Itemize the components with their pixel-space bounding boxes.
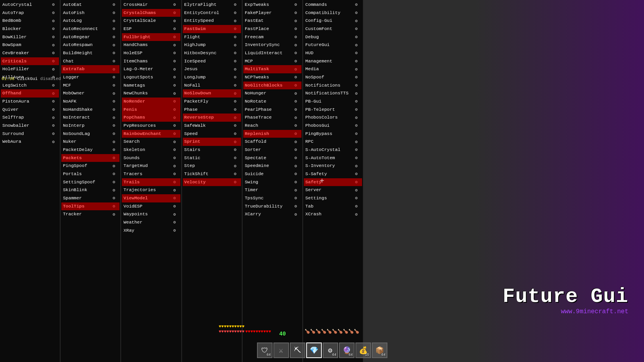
gear-icon[interactable]: ⚙ — [112, 99, 118, 104]
menu-item-management[interactable]: Management⚙ — [304, 57, 362, 66]
gear-icon[interactable]: ⚙ — [355, 139, 360, 145]
menu-item-autoreconnect[interactable]: AutoReconnect⚙ — [61, 25, 120, 33]
gear-icon[interactable]: ⚙ — [294, 155, 300, 161]
gear-icon[interactable]: ⚙ — [112, 171, 118, 177]
menu-item-flight[interactable]: Flight⚙ — [183, 33, 241, 41]
menu-item-bedbomb[interactable]: BedBomb⚙ — [1, 17, 59, 25]
gear-icon[interactable]: ⚙ — [173, 43, 179, 48]
gear-icon[interactable]: ⚙ — [355, 50, 360, 56]
gear-icon[interactable]: ⚙ — [355, 59, 360, 64]
menu-item-blocker[interactable]: Blocker⚙ — [1, 25, 59, 33]
gear-icon[interactable]: ⚙ — [294, 107, 300, 112]
menu-item-pingspoof[interactable]: PingSpoof⚙ — [61, 162, 120, 170]
gear-icon[interactable]: ⚙ — [234, 67, 239, 72]
gear-icon[interactable]: ⚙ — [52, 83, 57, 88]
gear-icon[interactable]: ⚙ — [355, 67, 360, 72]
menu-item-hud[interactable]: HUD⚙ — [304, 49, 362, 57]
gear-icon[interactable]: ⚙ — [173, 147, 179, 153]
gear-icon[interactable]: ⚙ — [173, 188, 179, 193]
menu-item-static[interactable]: Static⚙ — [183, 154, 241, 162]
menu-item-crystalchams[interactable]: CrystalChams⚙ — [122, 9, 180, 17]
gear-icon[interactable]: ⚙ — [173, 18, 179, 24]
menu-item-penis[interactable]: Penis⚙ — [122, 106, 180, 114]
menu-item-highjump[interactable]: HighJump⚙ — [183, 41, 241, 49]
menu-item-popchams[interactable]: PopChams⚙ — [122, 114, 180, 122]
menu-item-packetdelay[interactable]: PacketDelay⚙ — [61, 146, 120, 154]
menu-item-exptweaks[interactable]: ExpTweaks⚙ — [243, 1, 301, 9]
gear-icon[interactable]: ⚙ — [294, 50, 300, 56]
hotbar-slot-1[interactable]: 🛡 64 — [257, 342, 273, 358]
gear-icon[interactable]: ⚙ — [234, 131, 239, 137]
hotbar-slot-8[interactable]: 📦 64 — [372, 342, 387, 358]
menu-item-fastswim[interactable]: FastSwim⚙ — [183, 25, 241, 33]
gear-icon[interactable]: ⚙ — [355, 123, 360, 128]
gear-icon[interactable]: ⚙ — [112, 212, 118, 217]
menu-item-packets[interactable]: Packets⚙ — [61, 154, 120, 162]
gear-icon[interactable]: ⚙ — [112, 188, 118, 193]
menu-item-weather[interactable]: Weather⚙ — [122, 218, 180, 227]
menu-item-noslowdown[interactable]: NoSlowDown⚙ — [183, 89, 241, 98]
menu-item-bowkiller[interactable]: BowKiller⚙ — [1, 33, 59, 41]
gear-icon[interactable]: ⚙ — [173, 195, 179, 201]
gear-icon[interactable]: ⚙ — [294, 91, 300, 96]
gear-icon[interactable]: ⚙ — [234, 43, 239, 48]
gear-icon[interactable]: ⚙ — [173, 123, 179, 128]
menu-item-replenish[interactable]: Replenish⚙ — [243, 130, 301, 138]
gear-icon[interactable]: ⚙ — [355, 155, 360, 161]
menu-item-esp[interactable]: ESP⚙ — [122, 25, 180, 33]
menu-item-legswitch[interactable]: LegSwitch⚙ — [1, 82, 59, 90]
menu-item-rpc[interactable]: RPC⚙ — [304, 138, 362, 146]
gear-icon[interactable]: ⚙ — [355, 10, 360, 16]
hotbar-slot-7[interactable]: 💰 15 — [355, 342, 371, 358]
menu-item-stairs[interactable]: Stairs⚙ — [183, 146, 241, 154]
gear-icon[interactable]: ⚙ — [173, 50, 179, 56]
menu-item-extratab[interactable]: ExtraTab⚙ — [61, 65, 120, 73]
menu-item-portals[interactable]: Portals⚙ — [61, 170, 120, 178]
menu-item-pb-teleport[interactable]: PB-Teleport⚙ — [304, 106, 362, 114]
menu-item-fasteat[interactable]: FastEat⚙ — [243, 17, 301, 25]
gear-icon[interactable]: ⚙ — [173, 204, 179, 209]
gear-icon[interactable]: ⚙ — [112, 10, 118, 16]
menu-item-logger[interactable]: Logger⚙ — [61, 73, 120, 82]
gear-icon[interactable]: ⚙ — [112, 107, 118, 112]
menu-item-nointerp[interactable]: NoInterp⚙ — [61, 122, 120, 130]
gear-icon[interactable]: ⚙ — [355, 212, 360, 217]
gear-icon[interactable]: ⚙ — [234, 123, 239, 128]
menu-item-timer[interactable]: Timer⚙ — [243, 186, 301, 194]
menu-item-s-safety[interactable]: S-Safety⚙ — [304, 170, 362, 178]
menu-item-cevbreaker[interactable]: CevBreaker⚙ — [1, 49, 59, 57]
gear-icon[interactable]: ⚙ — [112, 83, 118, 88]
menu-item-pb-gui[interactable]: PB-Gui⚙ — [304, 98, 362, 106]
menu-item-reach[interactable]: Reach⚙ — [243, 122, 301, 130]
hotbar-slot-2[interactable]: ⚔ — [273, 342, 289, 358]
menu-item-mcf[interactable]: MCF⚙ — [61, 82, 120, 90]
gear-icon[interactable]: ⚙ — [52, 34, 57, 40]
gear-icon[interactable]: ⚙ — [234, 99, 239, 104]
menu-item-chat[interactable]: Chat⚙ — [61, 57, 120, 66]
gear-icon[interactable]: ⚙ — [294, 195, 300, 201]
gear-icon[interactable]: ⚙ — [355, 2, 360, 7]
menu-item-nametags[interactable]: Nametags⚙ — [122, 82, 180, 90]
gear-icon[interactable]: ⚙ — [52, 139, 57, 145]
menu-item-lag-o-meter[interactable]: Lag-O-Meter⚙ — [122, 65, 180, 73]
gear-icon[interactable]: ⚙ — [234, 155, 239, 161]
gear-icon[interactable]: ⚙ — [112, 195, 118, 201]
gear-icon[interactable]: ⚙ — [355, 99, 360, 104]
menu-item-multitask[interactable]: MultiTask⚙ — [243, 65, 301, 73]
menu-item-s-autocrystal[interactable]: S-AutoCrystal⚙ — [304, 146, 362, 154]
menu-item-liquidinteract[interactable]: LiquidInteract⚙ — [243, 49, 301, 57]
menu-item-media[interactable]: Media⚙ — [304, 65, 362, 73]
menu-item-snowballer[interactable]: Snowballer⚙ — [1, 122, 59, 130]
menu-item-s-autototem[interactable]: S-AutoTotem⚙ — [304, 154, 362, 162]
menu-item-swing[interactable]: Swing⚙ — [243, 178, 301, 186]
gear-icon[interactable]: ⚙ — [52, 91, 57, 96]
menu-item-skeleton[interactable]: Skeleton⚙ — [122, 146, 180, 154]
gear-icon[interactable]: ⚙ — [52, 18, 57, 24]
gear-icon[interactable]: ⚙ — [294, 139, 300, 145]
menu-item-ncptweaks[interactable]: NCPTweaks⚙ — [243, 73, 301, 82]
gear-icon[interactable]: ⚙ — [112, 43, 118, 48]
gear-icon[interactable]: ⚙ — [234, 75, 239, 80]
gear-icon[interactable]: ⚙ — [234, 2, 239, 7]
gear-icon[interactable]: ⚙ — [294, 147, 300, 153]
gear-icon[interactable]: ⚙ — [355, 147, 360, 153]
